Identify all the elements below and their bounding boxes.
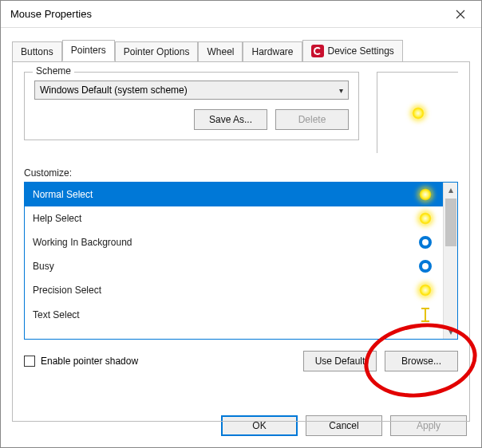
button-label: Browse... bbox=[401, 356, 441, 367]
tab-pointers[interactable]: Pointers bbox=[62, 40, 115, 61]
mouse-properties-window: Mouse Properties Buttons Pointers Pointe… bbox=[0, 0, 482, 448]
button-label: OK bbox=[252, 420, 266, 431]
button-label: Apply bbox=[417, 420, 441, 431]
use-default-button[interactable]: Use Default bbox=[303, 351, 377, 371]
button-label: Use Default bbox=[315, 356, 365, 367]
checkbox-box bbox=[24, 356, 35, 367]
customize-label: Customize: bbox=[24, 167, 458, 179]
tab-label: Device Settings bbox=[328, 45, 394, 57]
list-item-label: Busy bbox=[33, 261, 54, 272]
delete-button: Delete bbox=[275, 109, 349, 130]
scheme-dropdown[interactable]: Windows Default (system scheme) ▾ bbox=[34, 81, 349, 100]
tab-device-settings[interactable]: Device Settings bbox=[302, 40, 403, 62]
tab-wheel[interactable]: Wheel bbox=[198, 41, 243, 62]
close-icon bbox=[456, 10, 465, 19]
browse-button[interactable]: Browse... bbox=[385, 351, 458, 371]
list-item[interactable]: Text Select bbox=[25, 302, 443, 328]
list-item[interactable]: Busy bbox=[25, 254, 443, 278]
save-as-button[interactable]: Save As... bbox=[194, 109, 267, 130]
scheme-selected-value: Windows Default (system scheme) bbox=[40, 84, 188, 96]
titlebar: Mouse Properties bbox=[1, 1, 481, 28]
yellow-dot-icon bbox=[417, 284, 433, 297]
preview-cursor-icon bbox=[412, 107, 425, 120]
blue-ring-icon bbox=[417, 260, 433, 273]
tab-label: Hardware bbox=[251, 46, 293, 57]
scheme-group: Scheme Windows Default (system scheme) ▾… bbox=[24, 72, 359, 140]
list-item-label: Help Select bbox=[33, 213, 81, 224]
close-button[interactable] bbox=[443, 2, 478, 26]
list-item[interactable]: Precision Select bbox=[25, 278, 443, 302]
tab-pointer-options[interactable]: Pointer Options bbox=[115, 41, 199, 62]
yellow-dot-icon bbox=[417, 212, 433, 225]
button-label: Save As... bbox=[209, 114, 252, 125]
tab-buttons[interactable]: Buttons bbox=[12, 41, 62, 62]
pointers-panel: Scheme Windows Default (system scheme) ▾… bbox=[12, 61, 470, 422]
listbox-items: Normal SelectHelp SelectWorking In Backg… bbox=[25, 183, 443, 339]
customize-listbox[interactable]: Normal SelectHelp SelectWorking In Backg… bbox=[24, 182, 458, 340]
button-label: Delete bbox=[298, 114, 326, 125]
enable-pointer-shadow-checkbox[interactable]: Enable pointer shadow bbox=[24, 356, 138, 367]
scroll-thumb[interactable] bbox=[445, 198, 456, 246]
tab-label: Wheel bbox=[207, 46, 234, 57]
list-item-label: Normal Select bbox=[33, 189, 93, 200]
tab-label: Pointers bbox=[71, 45, 106, 56]
yellow-dot-icon bbox=[417, 188, 433, 201]
tab-strip: Buttons Pointers Pointer Options Wheel H… bbox=[12, 39, 470, 61]
list-item[interactable]: Working In Background bbox=[25, 230, 443, 254]
scheme-legend: Scheme bbox=[33, 65, 74, 77]
checkbox-label: Enable pointer shadow bbox=[41, 356, 138, 367]
blue-ring-icon bbox=[417, 236, 433, 249]
tab-label: Buttons bbox=[21, 46, 53, 57]
button-label: Cancel bbox=[329, 420, 358, 431]
list-item-label: Working In Background bbox=[33, 237, 132, 248]
scroll-down-icon[interactable]: ▾ bbox=[444, 324, 457, 339]
ibeam-icon bbox=[417, 308, 433, 322]
list-item-label: Precision Select bbox=[33, 285, 101, 296]
chevron-down-icon: ▾ bbox=[339, 86, 343, 95]
pointer-preview bbox=[377, 72, 458, 153]
tab-hardware[interactable]: Hardware bbox=[243, 41, 302, 62]
synaptics-icon bbox=[311, 45, 324, 57]
scroll-up-icon[interactable]: ▴ bbox=[444, 183, 457, 197]
scrollbar[interactable]: ▴ ▾ bbox=[443, 183, 457, 339]
list-item[interactable]: Normal Select bbox=[25, 183, 443, 206]
window-title: Mouse Properties bbox=[10, 8, 92, 20]
list-item-label: Text Select bbox=[33, 309, 80, 320]
list-item[interactable]: Help Select bbox=[25, 206, 443, 230]
tab-label: Pointer Options bbox=[124, 46, 190, 57]
